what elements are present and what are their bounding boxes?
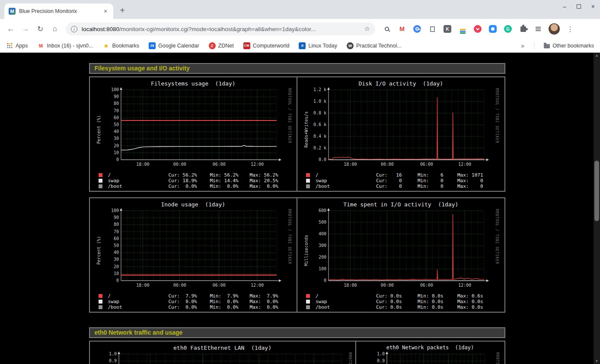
chart-ylabel [93, 351, 100, 364]
scrollbar-down-icon[interactable]: ▼ [594, 359, 600, 363]
pocket-extension-icon[interactable] [473, 24, 482, 34]
chart-legend: /Cur: 0.0sMin: 0.0sMax: 0.6s swapCur: 0.… [301, 293, 501, 310]
inode-usage-graph[interactable]: 010203040506070809010018:0000:0006:0012:… [102, 208, 285, 293]
reload-icon[interactable]: ↻ [34, 22, 47, 35]
svg-text:1.0 k: 1.0 k [313, 99, 326, 104]
key-icon [415, 27, 419, 31]
address-bar[interactable]: i localhost:8080/monitorix-cgi/monitorix… [66, 22, 375, 35]
svg-text:30: 30 [114, 257, 119, 262]
time-io-graph[interactable]: 010020030040050060018:0000:0006:0012:00 [310, 208, 493, 293]
chart-panel-filesystems-usage: Filesystems usage (1day) Percent (%) 010… [93, 80, 294, 189]
legend-cur: Cur: 7.9% [169, 293, 210, 299]
layers-extension-icon[interactable] [458, 24, 467, 34]
bookmark-google-calendar[interactable]: 28 Google Calendar [149, 42, 199, 49]
chart-panel-disk-io: Disk I/O activity (1day) Reads+Writes/s … [301, 80, 501, 189]
chart-ylabel: Packets/s [361, 351, 368, 364]
svg-text:200: 200 [319, 255, 326, 260]
bookmark-computerworld[interactable]: CW Computerworld [243, 42, 290, 49]
bookmark-linux-today[interactable]: lt Linux Today [299, 42, 337, 49]
legend-series-name: /boot [316, 184, 376, 189]
svg-text:20: 20 [114, 264, 119, 269]
back-icon[interactable]: ← [4, 22, 17, 35]
forward-icon[interactable]: → [19, 22, 32, 35]
g-badge-icon: G [504, 25, 512, 33]
scrollbar-up-icon[interactable]: ▲ [594, 54, 600, 57]
legend-row: /bootCur: 0.0sMin: 0.0sMax: 0.0s [306, 304, 501, 310]
legend-cur: Cur: 0 [376, 184, 418, 189]
window-close-icon[interactable]: × [591, 3, 595, 9]
legend-cur: Cur: 16 [376, 172, 418, 178]
legend-min: Min: 0.0s [418, 293, 457, 299]
svg-text:06:00: 06:00 [212, 283, 225, 288]
grammarly-extension-icon[interactable]: G [503, 24, 513, 34]
filesystems-usage-graph[interactable]: 010203040506070809010018:0000:0006:0012:… [102, 87, 285, 172]
copy-extension-icon[interactable] [428, 24, 437, 34]
page-info-icon[interactable]: i [71, 26, 77, 32]
svg-text:12:00: 12:00 [251, 283, 264, 288]
browser-menu-icon[interactable]: ⋮ [565, 24, 575, 34]
reading-list-icon[interactable] [533, 24, 543, 34]
legend-series-name: / [108, 293, 169, 299]
bookmark-inbox[interactable]: M Inbox (16) - sjvn0... [38, 42, 93, 49]
eth0-packets-graph[interactable]: 0.00.10.20.30.40.50.60.70.80.91.018:0000… [368, 351, 493, 364]
camera-lens-icon [491, 27, 495, 31]
legend-series-name: swap [316, 299, 376, 304]
legend-min: Min: 6 [418, 172, 457, 178]
new-tab-button[interactable]: + [116, 4, 129, 17]
linux-today-icon: lt [299, 42, 306, 49]
svg-text:300: 300 [319, 243, 326, 248]
chart-title: eth0 FastEthernet LAN (1day) [93, 344, 352, 351]
scrollbar-thumb[interactable] [594, 161, 599, 221]
copy-pages-icon [430, 26, 435, 32]
graph-cell: eth0 FastEthernet LAN (1day) 0.00.10.20.… [90, 342, 355, 364]
legend-min: Min: 0 [418, 178, 457, 184]
chart-title: Disk I/O activity (1day) [301, 80, 501, 87]
svg-text:18:00: 18:00 [136, 162, 149, 167]
bookmark-practical-technology[interactable]: W Practical Technol... [347, 42, 402, 49]
legend-max: Max: 0.0% [250, 184, 290, 189]
key-extension-icon[interactable] [412, 24, 422, 34]
svg-text:0.4 k: 0.4 k [313, 134, 326, 139]
home-icon[interactable]: ⌂ [48, 22, 61, 35]
svg-text:1.0: 1.0 [377, 351, 385, 356]
gmail-extension-icon[interactable]: M [397, 24, 407, 34]
camera-extension-icon[interactable] [488, 24, 498, 34]
search-extension-icon[interactable] [382, 24, 392, 34]
legend-swatch [99, 294, 102, 298]
disk-io-graph[interactable]: 0.00.2 k0.4 k0.6 k0.8 k1.0 k1.2 k18:0000… [310, 87, 493, 172]
bookmark-star-icon[interactable]: ☆ [364, 25, 370, 33]
chart-panel-eth0-lan: eth0 FastEthernet LAN (1day) 0.00.10.20.… [93, 344, 352, 364]
bookmarks-overflow-chevron[interactable]: » [521, 42, 524, 49]
legend-row: swapCur: 0.0sMin: 0.0sMax: 0.0s [306, 299, 501, 304]
url-text[interactable]: localhost:8080/monitorix-cgi/monitorix.c… [82, 26, 360, 32]
eth0-lan-graph[interactable]: 0.00.10.20.30.40.50.60.70.80.91.018:0000… [100, 351, 346, 364]
svg-text:0.6 k: 0.6 k [313, 122, 326, 127]
bookmark-label: Google Calendar [158, 43, 199, 49]
legend-min: Min: 0.0% [210, 299, 250, 304]
svg-text:0: 0 [324, 278, 326, 283]
minimize-icon[interactable]: – [563, 3, 566, 9]
extensions-puzzle-icon[interactable] [518, 24, 528, 34]
legend-swatch [99, 179, 102, 183]
browser-tab[interactable]: M Blue Precision Monitorix × [4, 3, 113, 19]
bookmark-apps[interactable]: Apps [6, 42, 28, 49]
chart-title: Inode usage (1day) [93, 201, 294, 208]
page-scrollbar[interactable]: ▲ ▼ [594, 53, 600, 364]
tab-close-icon[interactable]: × [102, 8, 109, 15]
profile-avatar[interactable] [549, 23, 560, 35]
svg-text:80: 80 [114, 222, 119, 227]
svg-text:60: 60 [114, 115, 119, 120]
chevron-icon [476, 26, 479, 30]
legend-max: Max: 56.2% [250, 172, 290, 178]
bookmark-bookmarks[interactable]: ★ Bookmarks [103, 42, 140, 49]
svg-text:70: 70 [114, 108, 119, 113]
legend-max: Max: 0 [457, 178, 497, 184]
legend-swatch [306, 305, 310, 309]
bookmark-zdnet[interactable]: Z ZDNet [209, 42, 234, 49]
svg-text:18:00: 18:00 [344, 283, 357, 288]
maximize-icon[interactable] [577, 4, 581, 9]
svg-text:90: 90 [114, 215, 119, 220]
keepass-extension-icon[interactable]: K [443, 24, 452, 34]
graph-cell: Filesystems usage (1day) Percent (%) 010… [90, 77, 297, 191]
other-bookmarks[interactable]: Other bookmarks [544, 43, 594, 49]
